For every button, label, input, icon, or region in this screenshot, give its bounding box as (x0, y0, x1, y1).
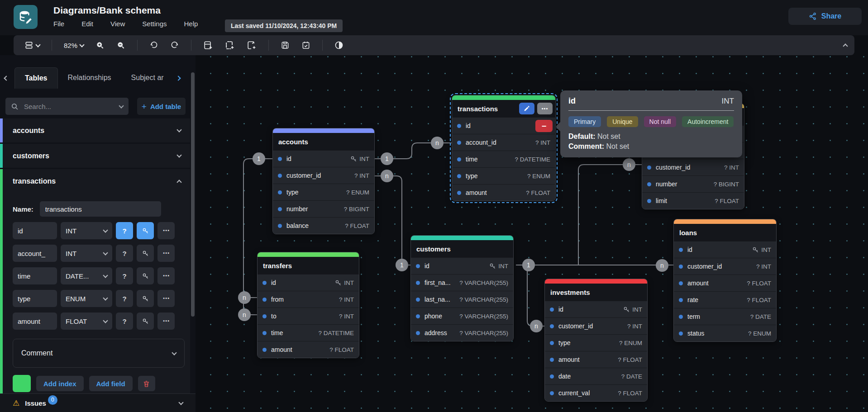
table-more-button[interactable]: ••• (537, 103, 553, 114)
tabs-scroll-right-button[interactable] (176, 74, 180, 82)
table-field-row[interactable]: customer_id? INT (674, 258, 776, 275)
field-type-select[interactable]: ENUM (61, 290, 112, 307)
add-field-button[interactable]: Add field (89, 376, 133, 391)
table-field-row[interactable]: idINT (273, 150, 374, 167)
field-name-input[interactable]: id (13, 222, 57, 239)
add-table-tool[interactable] (200, 38, 216, 52)
table-field-row[interactable]: from? INT (258, 291, 359, 308)
save-button[interactable] (278, 39, 292, 52)
table-field-row[interactable]: date? DATE (545, 368, 647, 384)
menu-item-view[interactable]: View (110, 20, 125, 28)
field-more-button[interactable]: ⋯ (157, 313, 175, 330)
diagram-table-loans[interactable]: loansidINTcustomer_id? INTamount? FLOATr… (673, 219, 777, 342)
sidebar-item-transactions[interactable]: transactions (3, 169, 190, 193)
share-button[interactable]: Share (788, 8, 862, 25)
primary-key-toggle[interactable] (137, 245, 154, 262)
menu-item-edit[interactable]: Edit (81, 20, 93, 28)
table-field-row[interactable]: amount? FLOAT (452, 184, 555, 201)
add-note-tool[interactable] (244, 38, 259, 52)
table-field-row[interactable]: customer_id? INT (545, 317, 647, 334)
layout-button[interactable] (22, 39, 43, 52)
field-more-button[interactable]: ⋯ (157, 290, 175, 307)
sidebar-scrollbar[interactable] (191, 72, 195, 317)
nullable-toggle[interactable]: ? (116, 245, 133, 262)
theme-toggle[interactable] (332, 39, 346, 52)
table-field-row[interactable]: first_na...? VARCHAR(255) (411, 274, 513, 291)
table-field-row[interactable]: idINT (411, 257, 513, 274)
diagram-table-investments[interactable]: investmentsidINTcustomer_id? INTtype? EN… (544, 279, 648, 402)
nullable-toggle[interactable]: ? (116, 267, 133, 284)
table-field-row[interactable]: amount? FLOAT (545, 351, 647, 368)
field-name-input[interactable]: type (13, 290, 57, 307)
tab-tables[interactable]: Tables (14, 67, 58, 89)
table-search[interactable] (5, 98, 129, 115)
table-field-row[interactable]: address? VARCHAR(255) (411, 324, 513, 341)
table-field-row[interactable]: type? ENUM (452, 167, 555, 184)
app-logo[interactable] (14, 5, 38, 29)
table-field-row[interactable]: idINT (258, 274, 359, 291)
tab-subject-ar[interactable]: Subject ar (121, 67, 174, 89)
delete-field-button[interactable]: − (535, 120, 553, 132)
field-type-select[interactable]: INT (61, 222, 112, 239)
table-field-row[interactable]: current_val? FLOAT (545, 384, 647, 401)
field-type-select[interactable]: INT (61, 245, 112, 262)
table-field-row[interactable]: time? DATETIME (258, 324, 359, 341)
table-field-row[interactable]: amount? FLOAT (258, 341, 359, 358)
table-field-row[interactable]: number? BIGINT (642, 175, 744, 192)
table-color-swatch[interactable] (13, 375, 31, 392)
tabs-scroll-left-button[interactable] (5, 74, 8, 82)
field-type-select[interactable]: DATE... (61, 267, 112, 284)
nullable-toggle[interactable]: ? (116, 222, 133, 239)
search-input[interactable] (24, 103, 114, 110)
table-field-row[interactable]: balance? FLOAT (273, 217, 374, 234)
table-field-row[interactable]: customer_id? INT (642, 159, 744, 175)
comment-collapsible[interactable]: Comment (13, 339, 185, 368)
field-name-input[interactable]: account_ (13, 245, 57, 262)
table-field-row[interactable]: status? ENUM (674, 325, 776, 341)
table-field-row[interactable]: to? INT (258, 308, 359, 324)
primary-key-toggle[interactable] (137, 290, 154, 307)
primary-key-toggle[interactable] (137, 313, 154, 330)
table-field-row[interactable]: phone? VARCHAR(255) (411, 308, 513, 324)
table-field-row[interactable]: rate? FLOAT (674, 291, 776, 308)
todo-button[interactable] (299, 39, 313, 52)
table-field-row[interactable]: last_na...? VARCHAR(255) (411, 291, 513, 308)
tab-relationships[interactable]: Relationships (58, 67, 121, 89)
diagram-table-accounts[interactable]: accountsidINTcustomer_id? INTtype? ENUMn… (272, 128, 375, 234)
menu-item-help[interactable]: Help (184, 20, 198, 28)
table-field-row[interactable]: number? BIGINT (273, 200, 374, 217)
field-more-button[interactable]: ⋯ (157, 267, 175, 284)
table-field-row[interactable]: idINT (674, 241, 776, 258)
zoom-out-button[interactable] (114, 39, 128, 52)
field-more-button[interactable]: ⋯ (157, 222, 175, 239)
add-table-button[interactable]: + Add table (137, 98, 186, 115)
edit-table-button[interactable] (519, 103, 534, 114)
table-name-input[interactable] (40, 201, 161, 217)
table-field-row[interactable]: amount? FLOAT (674, 275, 776, 291)
table-field-row[interactable]: idINT (545, 301, 647, 317)
nullable-toggle[interactable]: ? (116, 290, 133, 307)
zoom-in-button[interactable] (93, 39, 107, 52)
undo-button[interactable] (147, 39, 161, 52)
field-name-input[interactable]: amount (13, 313, 57, 330)
table-field-row[interactable]: account_id? INT (452, 134, 555, 151)
primary-key-toggle[interactable] (137, 222, 154, 239)
table-field-row[interactable]: customer_id? INT (273, 167, 374, 184)
toolbar-collapse-button[interactable] (844, 42, 847, 50)
table-field-row[interactable]: type? ENUM (273, 184, 374, 200)
add-area-tool[interactable] (222, 38, 238, 52)
menu-item-settings[interactable]: Settings (142, 20, 167, 28)
diagram-table-transactions[interactable]: transactions•••id−account_id? INTtime? D… (452, 95, 556, 201)
table-field-row[interactable]: time? DATETIME (452, 151, 555, 167)
sidebar-item-customers[interactable]: customers (3, 144, 190, 168)
table-field-row[interactable]: term? DATE (674, 308, 776, 325)
nullable-toggle[interactable]: ? (116, 313, 133, 330)
sidebar-item-accounts[interactable]: accounts (3, 118, 190, 142)
zoom-level-dropdown[interactable]: 82% (61, 40, 86, 51)
diagram-table-customers[interactable]: customersidINTfirst_na...? VARCHAR(255)l… (410, 235, 514, 341)
redo-button[interactable] (167, 39, 182, 52)
table-field-row[interactable]: type? ENUM (545, 334, 647, 351)
issues-bar[interactable]: ⚠ Issues 0 (0, 393, 196, 412)
diagram-table-transfers[interactable]: transfersidINTfrom? INTto? INTtime? DATE… (257, 252, 359, 358)
table-field-row[interactable]: id− (452, 117, 555, 134)
